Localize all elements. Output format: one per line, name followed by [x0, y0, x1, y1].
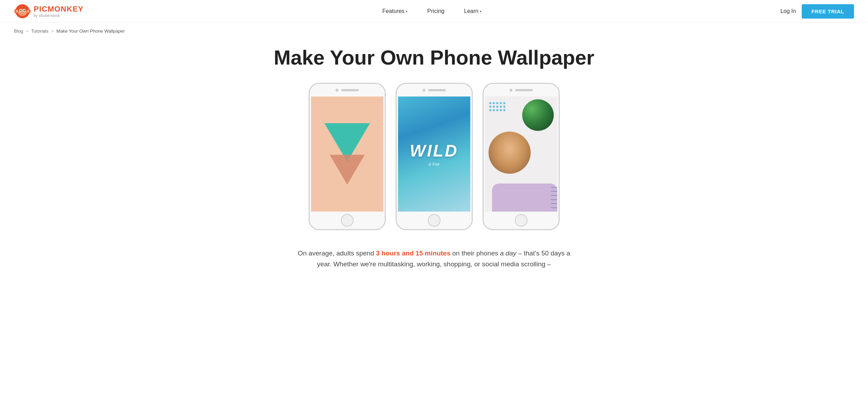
- logo-area[interactable]: PICMONKEY by shutterstock: [14, 3, 83, 20]
- logo-icon: [14, 3, 31, 20]
- phone-speaker-3: [515, 89, 533, 91]
- phone-top-bar-3: [484, 84, 559, 96]
- desc-highlight: 3 hours and 15 minutes: [376, 249, 450, 257]
- dot: [493, 109, 495, 111]
- breadcrumb-sep-1: >: [26, 28, 29, 34]
- logo-sub-text: by shutterstock: [34, 14, 83, 18]
- page-title: Make Your Own Phone Wallpaper: [238, 46, 631, 69]
- phone-top-bar-1: [310, 84, 385, 96]
- dot: [489, 106, 491, 108]
- nav-features[interactable]: Features ▾: [372, 0, 417, 23]
- dot: [493, 106, 495, 108]
- phone-camera-1: [336, 89, 338, 92]
- collage-photo-area: [485, 125, 557, 212]
- main-content: Make Your Own Phone Wallpaper: [224, 39, 645, 284]
- person-silhouette: [489, 132, 531, 174]
- phone-mockup-1: [309, 83, 386, 230]
- grid-line: [551, 191, 557, 192]
- phone-frame-2: WILD & free: [396, 83, 473, 230]
- collage-dots: [489, 102, 506, 112]
- phone-frame-1: [309, 83, 386, 230]
- grid-line: [551, 199, 557, 200]
- desc-prefix: On average, adults spend: [298, 249, 376, 257]
- phone-home-button-1: [341, 214, 354, 227]
- dot: [496, 102, 498, 104]
- phone-bottom-3: [484, 212, 559, 229]
- dot: [503, 102, 505, 104]
- phone-mockup-2: WILD & free: [396, 83, 473, 230]
- grid-line: [551, 187, 557, 188]
- dot: [503, 109, 505, 111]
- purple-blob: [492, 184, 557, 212]
- main-nav: Features ▾ Pricing Learn ▾: [372, 0, 491, 23]
- grid-line: [551, 207, 557, 208]
- dot: [500, 106, 502, 108]
- breadcrumb-blog[interactable]: Blog: [14, 28, 23, 34]
- phone-camera-3: [510, 89, 512, 92]
- svg-point-12: [21, 12, 22, 13]
- phone-mockup-3: [483, 83, 560, 230]
- dot: [489, 109, 491, 111]
- dot: [503, 106, 505, 108]
- nav-learn[interactable]: Learn ▾: [454, 0, 491, 23]
- grid-line: [551, 203, 557, 204]
- desc-italic: a day: [500, 249, 516, 257]
- phone-screen-3: [485, 96, 557, 212]
- header-right: Log In FREE TRIAL: [780, 4, 854, 19]
- nav-pricing[interactable]: Pricing: [417, 0, 454, 23]
- svg-point-4: [27, 10, 29, 13]
- phone-screen-1: [311, 96, 383, 212]
- phone-home-button-3: [515, 214, 527, 227]
- dot: [496, 109, 498, 111]
- dot: [489, 102, 491, 104]
- dot: [493, 102, 495, 104]
- phones-container: WILD & free: [238, 83, 631, 230]
- svg-point-11: [24, 10, 25, 11]
- wild-subtext: & free: [410, 162, 458, 167]
- phone-bottom-1: [310, 212, 385, 229]
- wild-content: WILD & free: [410, 141, 458, 167]
- free-trial-button[interactable]: FREE TRIAL: [802, 4, 854, 19]
- grid-lines: [551, 184, 557, 212]
- chevron-down-icon: ▾: [406, 9, 408, 13]
- grid-line: [551, 195, 557, 196]
- dot: [496, 106, 498, 108]
- phone-screen-2: WILD & free: [398, 96, 470, 212]
- phone-speaker-1: [341, 89, 359, 91]
- phone-top-bar-2: [397, 84, 472, 96]
- phone-camera-2: [423, 89, 425, 92]
- login-link[interactable]: Log In: [780, 8, 796, 14]
- breadcrumb: Blog > Tutorials > Make Your Own Phone W…: [0, 23, 868, 39]
- phone-home-button-2: [428, 214, 440, 227]
- logo-text: PICMONKEY by shutterstock: [34, 5, 83, 17]
- desc-mid: on their phones: [450, 249, 500, 257]
- breadcrumb-current: Make Your Own Phone Wallpaper: [56, 28, 125, 34]
- person-circle: [489, 132, 531, 174]
- breadcrumb-sep-2: >: [51, 28, 54, 34]
- site-header: PICMONKEY by shutterstock Features ▾ Pri…: [0, 0, 868, 23]
- description-text: On average, adults spend 3 hours and 15 …: [297, 248, 571, 270]
- triangle-design: [324, 123, 370, 185]
- wild-text: WILD: [410, 141, 458, 160]
- chevron-down-icon-learn: ▾: [480, 9, 482, 13]
- svg-point-13: [23, 12, 24, 13]
- phone-bottom-2: [397, 212, 472, 229]
- logo-main-text: PICMONKEY: [34, 5, 83, 13]
- phone-frame-3: [483, 83, 560, 230]
- svg-point-10: [21, 10, 21, 11]
- triangle-rose: [330, 155, 365, 185]
- dot: [500, 102, 502, 104]
- phone-speaker-2: [428, 89, 446, 91]
- svg-point-2: [15, 10, 18, 13]
- dot: [500, 109, 502, 111]
- breadcrumb-tutorials[interactable]: Tutorials: [31, 28, 48, 34]
